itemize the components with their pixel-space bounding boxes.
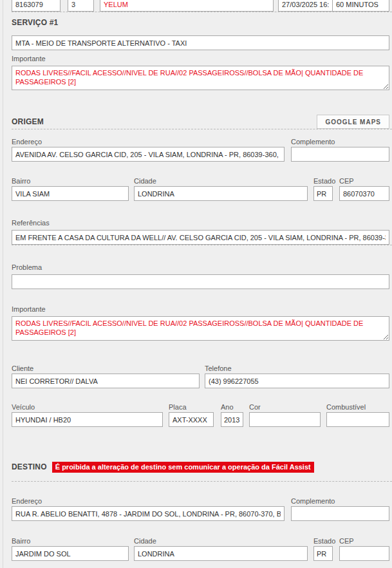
separator — [12, 12, 392, 12]
cor-label: Cor — [249, 403, 321, 411]
origem-header: ORIGEM GOOGLE MAPS — [12, 115, 389, 129]
origem-cep-input[interactable] — [339, 186, 389, 201]
protocol-input[interactable] — [12, 0, 61, 12]
origem-endereco-label: Endereço — [12, 138, 285, 146]
veiculo-input[interactable] — [12, 412, 163, 427]
servico-importante-textarea[interactable]: RODAS LIVRES//FACIL ACESSO//NIVEL DE RUA… — [12, 66, 389, 90]
destino-endereco-row: Endereço Complemento — [12, 497, 389, 521]
company-input[interactable] — [100, 0, 274, 12]
cliente-label: Cliente — [12, 364, 200, 372]
veiculo-label: Veículo — [12, 403, 163, 411]
service-form-page: SERVIÇO #1 Importante RODAS LIVRES//FACI… — [0, 0, 392, 568]
combustivel-label: Combustível — [326, 403, 389, 411]
cliente-row: Cliente Telefone — [12, 364, 389, 388]
datetime-input[interactable] — [278, 0, 333, 12]
destino-bairro-input[interactable] — [12, 546, 129, 561]
destino-header: DESTINO É proibida a alteração de destin… — [12, 462, 389, 473]
destino-endereco-label: Endereço — [12, 497, 285, 505]
origem-cidade-label: Cidade — [134, 177, 308, 185]
google-maps-button[interactable]: GOOGLE MAPS — [317, 115, 389, 129]
origem-bairro-label: Bairro — [12, 177, 129, 185]
origem-importante-label: Importante — [12, 305, 389, 313]
origem-referencias-label: Referências — [12, 219, 389, 227]
destino-complemento-label: Complemento — [291, 497, 389, 505]
placa-label: Placa — [169, 403, 214, 411]
destino-bairro-label: Bairro — [12, 537, 129, 545]
origem-bairro-input[interactable] — [12, 186, 129, 201]
destino-cidade-input[interactable] — [134, 546, 308, 561]
destino-estado-input[interactable] — [313, 546, 333, 561]
origem-problema-label: Problema — [12, 263, 389, 271]
telefone-input[interactable] — [205, 374, 389, 388]
origem-estado-label: Estado — [313, 177, 333, 185]
duration-input[interactable] — [332, 0, 389, 12]
separator — [12, 129, 392, 129]
combustivel-input[interactable] — [326, 412, 389, 427]
origem-cep-label: CEP — [339, 177, 389, 185]
origem-cidade-input[interactable] — [134, 186, 308, 201]
ano-input[interactable] — [221, 412, 243, 427]
origem-importante-textarea[interactable]: RODAS LIVRES//FACIL ACESSO//NIVEL DE RUA… — [12, 316, 389, 341]
veiculo-row: Veículo Placa Ano Cor Combustível — [12, 403, 389, 427]
servico-importante-label: Importante — [12, 55, 389, 62]
origem-complemento-label: Complemento — [291, 138, 389, 146]
origem-estado-input[interactable] — [313, 186, 333, 201]
destino-warning-badge: É proibida a alteração de destino sem co… — [52, 462, 314, 473]
telefone-label: Telefone — [205, 364, 389, 372]
form-content: SERVIÇO #1 Importante RODAS LIVRES//FACI… — [12, 0, 389, 561]
destino-cep-label: CEP — [339, 537, 389, 545]
servico-title: SERVIÇO #1 — [12, 19, 389, 27]
destino-endereco-input[interactable] — [12, 506, 285, 521]
origem-complemento-input[interactable] — [291, 147, 389, 162]
origem-referencias-input[interactable] — [12, 230, 389, 245]
destino-complemento-input[interactable] — [291, 506, 389, 521]
cliente-input[interactable] — [12, 374, 200, 388]
origem-bairro-row: Bairro Cidade Estado CEP — [12, 177, 389, 201]
origem-title: ORIGEM — [12, 118, 44, 126]
summary-row — [12, 0, 389, 12]
destino-bairro-row: Bairro Cidade Estado CEP — [12, 537, 389, 561]
panel-left-border — [3, 0, 3, 568]
ano-label: Ano — [221, 403, 243, 411]
origem-endereco-row: Endereço Complemento — [12, 138, 389, 162]
origem-endereco-input[interactable] — [12, 147, 285, 162]
destino-cidade-label: Cidade — [134, 537, 308, 545]
origem-problema-input[interactable] — [12, 274, 389, 289]
destino-cep-input[interactable] — [339, 546, 389, 561]
service-type-input[interactable] — [12, 35, 389, 50]
separator — [12, 481, 392, 482]
separator — [12, 245, 392, 245]
datetime-duration-group — [278, 0, 389, 12]
placa-input[interactable] — [169, 412, 214, 427]
count-input[interactable] — [68, 0, 94, 12]
destino-title: DESTINO — [12, 463, 47, 471]
cor-input[interactable] — [249, 412, 321, 427]
destino-estado-label: Estado — [313, 537, 333, 545]
